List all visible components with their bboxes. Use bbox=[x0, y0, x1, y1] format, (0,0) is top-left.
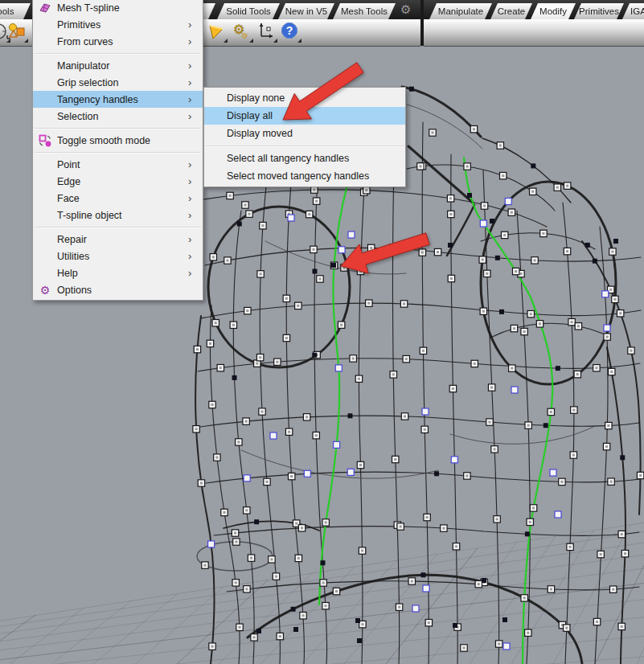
menu-item-toggle-smooth-mode[interactable]: Toggle smooth mode bbox=[33, 132, 203, 149]
menu-item-select-all-tangency-handles[interactable]: Select all tangency handles bbox=[204, 150, 405, 167]
tspline-context-menu: Mesh T-splinePrimitives›From curves›Mani… bbox=[32, 0, 203, 301]
svg-text:?: ? bbox=[286, 24, 293, 37]
help-icon[interactable]: ? bbox=[280, 21, 302, 43]
menu-item-label: Mesh T-spline bbox=[57, 2, 188, 14]
menu-item-from-curves[interactable]: From curves› bbox=[33, 33, 203, 50]
svg-text:⚙: ⚙ bbox=[241, 31, 248, 40]
menu-item-label: Primitives bbox=[57, 19, 188, 31]
menu-item-display-none[interactable]: Display none bbox=[204, 89, 405, 107]
flyout-corner-icon bbox=[224, 39, 228, 43]
cone-icon[interactable] bbox=[206, 21, 228, 43]
submenu-chevron-icon: › bbox=[188, 18, 203, 31]
dimension-icon[interactable] bbox=[256, 21, 278, 43]
submenu-chevron-icon: › bbox=[188, 192, 203, 204]
menu-item-label: Repair bbox=[57, 234, 188, 245]
submenu-chevron-icon: › bbox=[188, 233, 203, 245]
submenu-chevron-icon: › bbox=[188, 267, 203, 279]
tab-modify[interactable]: Modify bbox=[531, 3, 576, 19]
menu-item-display-all[interactable]: Display all bbox=[204, 107, 405, 125]
flyout-corner-icon bbox=[249, 39, 253, 43]
toggle-smooth-icon bbox=[33, 134, 57, 147]
menu-item-help[interactable]: Help› bbox=[33, 264, 203, 281]
menu-item-label: Point bbox=[57, 159, 188, 170]
menu-item-grip-selection[interactable]: Grip selection› bbox=[33, 74, 203, 91]
toolbar-settings-gear-icon[interactable]: ⚙ bbox=[400, 2, 411, 18]
tab-create[interactable]: Create bbox=[490, 3, 532, 19]
options-gear-icon: ⚙ bbox=[33, 285, 57, 296]
menu-item-face[interactable]: Face› bbox=[33, 190, 203, 207]
menu-item-t-spline-object[interactable]: T-spline object› bbox=[33, 207, 203, 223]
tab-manipulate[interactable]: Manipulate bbox=[429, 3, 492, 19]
menu-separator bbox=[204, 142, 405, 150]
menu-separator bbox=[33, 125, 203, 132]
menu-item-label: Face bbox=[57, 193, 188, 204]
flyout-corner-icon bbox=[273, 39, 277, 43]
menu-item-mesh-t-spline[interactable]: Mesh T-spline bbox=[33, 0, 203, 16]
menu-item-label: Help bbox=[57, 268, 188, 279]
menu-item-label: From curves bbox=[57, 36, 188, 47]
menu-item-utilities[interactable]: Utilities› bbox=[33, 248, 203, 264]
flyout-corner-icon bbox=[24, 39, 28, 43]
submenu-chevron-icon: › bbox=[188, 59, 203, 72]
select-objects-icon[interactable] bbox=[6, 21, 29, 43]
menu-item-label: T-spline object bbox=[57, 210, 188, 221]
menu-item-label: Manipulator bbox=[57, 60, 188, 72]
menu-separator bbox=[33, 50, 203, 57]
submenu-chevron-icon: › bbox=[188, 250, 203, 262]
menu-item-label: Display none bbox=[204, 92, 391, 104]
menu-item-manipulator[interactable]: Manipulator› bbox=[33, 57, 203, 74]
tab-tools[interactable]: Tools bbox=[0, 3, 31, 19]
menu-item-tangency-handles[interactable]: Tangency handles› bbox=[33, 91, 203, 108]
menu-item-repair[interactable]: Repair› bbox=[33, 231, 203, 248]
gears-icon[interactable]: ⚙⚙ bbox=[232, 21, 254, 43]
menu-item-point[interactable]: Point› bbox=[33, 156, 203, 173]
menu-item-label: Utilities bbox=[57, 251, 188, 262]
tab-primitives[interactable]: Primitives bbox=[574, 3, 624, 19]
menu-item-label: Edge bbox=[57, 176, 188, 187]
menu-item-edge[interactable]: Edge› bbox=[33, 173, 203, 190]
tab-solid-tools[interactable]: Solid Tools bbox=[217, 3, 280, 19]
menu-item-primitives[interactable]: Primitives› bbox=[33, 16, 203, 33]
tab-new-in-v5[interactable]: New in V5 bbox=[278, 3, 334, 19]
menu-item-label: Grip selection bbox=[57, 77, 188, 88]
menu-item-label: Options bbox=[57, 285, 188, 296]
menu-item-label: Display moved bbox=[204, 128, 391, 139]
tab-iga[interactable]: IGA bbox=[622, 3, 644, 19]
menu-item-options[interactable]: ⚙Options bbox=[33, 281, 203, 298]
submenu-chevron-icon: › bbox=[188, 158, 203, 170]
submenu-chevron-icon: › bbox=[188, 209, 203, 221]
menu-item-label: Display all bbox=[204, 110, 391, 121]
menu-item-selection[interactable]: Selection› bbox=[33, 108, 203, 125]
toolbar-group-divider bbox=[420, 0, 424, 46]
menu-separator bbox=[33, 149, 203, 156]
submenu-chevron-icon: › bbox=[188, 35, 203, 47]
menu-item-label: Select moved tangency handles bbox=[204, 170, 391, 182]
menu-item-display-moved[interactable]: Display moved bbox=[204, 125, 405, 142]
submenu-chevron-icon: › bbox=[188, 76, 203, 88]
tsplines-app-window: { "left_toolbar": { "tabs": [ {"label":"… bbox=[0, 0, 644, 664]
toolbar-icons-right bbox=[424, 19, 644, 47]
menu-item-label: Select all tangency handles bbox=[204, 153, 391, 164]
menu-item-label: Selection bbox=[57, 111, 188, 122]
menu-separator bbox=[33, 223, 203, 231]
flyout-corner-icon bbox=[297, 39, 301, 43]
submenu-chevron-icon: › bbox=[188, 175, 203, 187]
tangency-handles-submenu: Display noneDisplay allDisplay movedSele… bbox=[203, 87, 406, 187]
menu-item-select-moved-tangency-handles[interactable]: Select moved tangency handles bbox=[204, 167, 405, 185]
submenu-chevron-icon: › bbox=[188, 93, 203, 105]
menu-item-label: Toggle smooth mode bbox=[57, 135, 188, 146]
submenu-chevron-icon: › bbox=[188, 110, 203, 122]
mesh-tspline-icon bbox=[33, 2, 57, 14]
tab-mesh-tools[interactable]: Mesh Tools bbox=[333, 3, 396, 19]
menu-item-label: Tangency handles bbox=[57, 94, 188, 105]
